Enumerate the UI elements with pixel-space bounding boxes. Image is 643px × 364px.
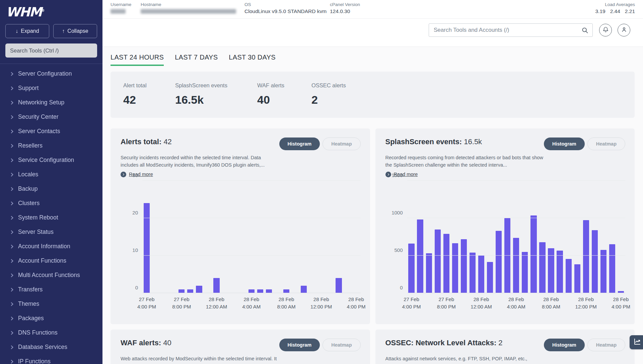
sidebar-item-locales[interactable]: Locales: [0, 167, 102, 182]
sidebar-item-clusters[interactable]: Clusters: [0, 196, 102, 210]
histogram-bar: [539, 242, 545, 293]
chevron-right-icon: [9, 173, 13, 176]
x-axis-tick: 28 Feb12:00 PM: [575, 296, 597, 310]
histogram-bar: [504, 218, 510, 293]
sidebar-item-themes[interactable]: Themes: [0, 297, 102, 311]
sidebar-item-security-center[interactable]: Security Center: [0, 110, 102, 124]
y-axis-tick: 500: [385, 247, 403, 253]
histogram-bar: [522, 252, 528, 293]
x-axis-tick: 27 Feb8:00 PM: [437, 296, 456, 310]
y-axis-tick: 1500: [385, 172, 403, 178]
sidebar-item-database-services[interactable]: Database Services: [0, 340, 102, 354]
sidebar: WHM® ↓ Expand ↑ Collapse Server Configur…: [0, 0, 102, 364]
heatmap-button[interactable]: Heatmap: [587, 138, 625, 150]
sidebar-item-server-configuration[interactable]: Server Configuration: [0, 67, 102, 81]
sidebar-search-input[interactable]: [5, 43, 97, 58]
stat-label: SplashScreen events: [175, 82, 237, 89]
account-button[interactable]: [618, 24, 630, 36]
histogram-bar: [557, 251, 563, 293]
sidebar-item-resellers[interactable]: Resellers: [0, 139, 102, 153]
sidebar-item-backup[interactable]: Backup: [0, 182, 102, 196]
histogram-bar: [452, 243, 458, 293]
x-axis-tick: 28 Feb12:00 PM: [310, 296, 332, 310]
load-averages-values: 3.192.442.21: [590, 8, 635, 14]
histogram-bar: [478, 255, 484, 293]
collapse-button[interactable]: ↑ Collapse: [53, 24, 97, 38]
tab-last-7-days[interactable]: LAST 7 DAYS: [175, 54, 218, 66]
histogram-bar: [583, 220, 589, 293]
sidebar-item-transfers[interactable]: Transfers: [0, 282, 102, 297]
histogram-button[interactable]: Histogram: [544, 339, 585, 351]
gridline: [142, 255, 361, 256]
histogram-bar: [470, 253, 476, 293]
server-info-bar: Username Hostname OS CloudLinux v9.5.0 S…: [102, 0, 643, 19]
card-waf-alerts: WAF alerts: 40 Histogram Heatmap Web att…: [111, 330, 370, 364]
chevron-right-icon: [9, 101, 13, 104]
stat-label: WAF alerts: [257, 82, 291, 89]
dashboard-content: LAST 24 HOURSLAST 7 DAYSLAST 30 DAYS Ale…: [102, 47, 643, 364]
arrow-up-icon: ↑: [62, 28, 65, 34]
card-title: SplashScreen events: 16.5k: [385, 138, 482, 146]
histogram-bar: [144, 203, 150, 293]
sidebar-item-networking-setup[interactable]: Networking Setup: [0, 95, 102, 110]
sidebar-item-account-functions[interactable]: Account Functions: [0, 254, 102, 268]
username-value-redacted: [111, 9, 126, 14]
dashboard-shortcut-button[interactable]: [630, 335, 643, 349]
chevron-right-icon: [9, 230, 13, 234]
heatmap-button[interactable]: Heatmap: [587, 339, 625, 351]
card-description: Web attacks recorded by ModSecurity with…: [121, 355, 279, 364]
heatmap-button[interactable]: Heatmap: [323, 138, 360, 150]
stat-alert-total: Alert total42: [123, 82, 155, 118]
sidebar-item-service-configuration[interactable]: Service Configuration: [0, 153, 102, 167]
sidebar-item-label: Server Configuration: [18, 70, 72, 77]
sidebar-nav: Server ConfigurationSupportNetworking Se…: [0, 64, 102, 364]
sidebar-item-label: Support: [18, 85, 39, 92]
sidebar-item-label: Database Services: [18, 344, 67, 351]
x-axis-tick: 28 Feb4:00 AM: [507, 296, 525, 310]
histogram-button[interactable]: Histogram: [544, 138, 585, 150]
histogram-bar: [435, 230, 441, 293]
x-axis-tick: 28 Feb8:00 AM: [277, 296, 295, 310]
chevron-right-icon: [9, 245, 13, 248]
sidebar-item-ip-functions[interactable]: IP Functions: [0, 354, 102, 364]
alerts-histogram-chart: 010203027 Feb4:00 PM27 Feb8:00 PM28 Feb1…: [121, 179, 361, 313]
sidebar-item-server-status[interactable]: Server Status: [0, 225, 102, 239]
chevron-right-icon: [9, 129, 13, 133]
username-label: Username: [111, 2, 134, 7]
histogram-bar: [443, 234, 449, 293]
chevron-right-icon: [9, 273, 13, 277]
sidebar-item-label: Account Information: [18, 243, 70, 250]
heatmap-button[interactable]: Heatmap: [323, 339, 360, 351]
notifications-button[interactable]: [599, 24, 612, 36]
sidebar-item-system-reboot[interactable]: System Reboot: [0, 210, 102, 225]
histogram-bar: [213, 278, 219, 293]
sidebar-item-label: Themes: [18, 300, 39, 307]
sidebar-item-packages[interactable]: Packages: [0, 311, 102, 326]
stat-ossec-alerts: OSSEC alerts2: [311, 82, 346, 118]
user-icon: [621, 26, 627, 34]
sidebar-item-label: Locales: [18, 171, 38, 178]
gridline: [407, 218, 626, 218]
histogram-button[interactable]: Histogram: [279, 138, 320, 150]
tab-last-30-days[interactable]: LAST 30 DAYS: [229, 54, 276, 66]
gridline: [142, 180, 361, 181]
global-search-input[interactable]: [429, 24, 573, 36]
tab-last-24-hours[interactable]: LAST 24 HOURS: [111, 54, 164, 66]
expand-button[interactable]: ↓ Expand: [5, 24, 49, 38]
page-header: [102, 19, 643, 47]
gridline: [142, 293, 361, 293]
y-axis-tick: 0: [121, 285, 138, 290]
histogram-bar: [417, 219, 423, 293]
stats-summary-panel: Alert total42SplashScreen events16.5kWAF…: [111, 72, 635, 118]
sidebar-item-support[interactable]: Support: [0, 81, 102, 95]
charts-grid: Alerts total: 42 Histogram Heatmap Secur…: [111, 128, 635, 364]
splashscreen-histogram-chart: 05001000150027 Feb4:00 PM27 Feb8:00 PM28…: [385, 179, 626, 313]
sidebar-item-dns-functions[interactable]: DNS Functions: [0, 326, 102, 340]
search-icon: [581, 27, 588, 35]
sidebar-item-label: Transfers: [18, 286, 43, 293]
sidebar-item-multi-account-functions[interactable]: Multi Account Functions: [0, 268, 102, 282]
sidebar-item-label: Account Functions: [18, 257, 66, 264]
sidebar-item-account-information[interactable]: Account Information: [0, 239, 102, 254]
histogram-button[interactable]: Histogram: [279, 339, 320, 351]
sidebar-item-server-contacts[interactable]: Server Contacts: [0, 124, 102, 139]
